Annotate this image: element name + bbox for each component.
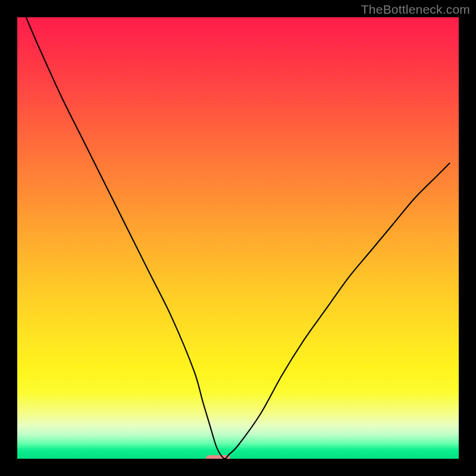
watermark-text: TheBottleneck.com	[361, 2, 470, 17]
curve-path	[26, 17, 450, 459]
plot-area	[17, 17, 459, 459]
image-frame: TheBottleneck.com	[0, 0, 476, 476]
bottleneck-curve	[17, 17, 459, 459]
